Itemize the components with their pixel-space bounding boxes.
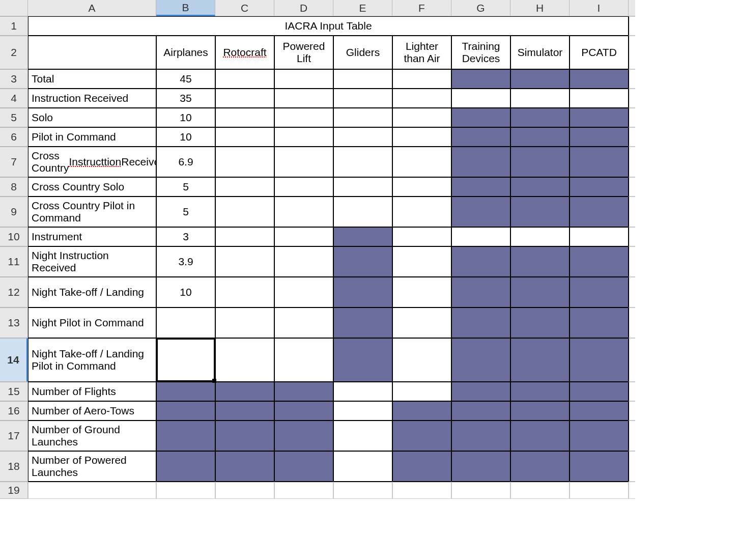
col-header-B[interactable]: B xyxy=(156,0,215,16)
row-header-10[interactable]: 10 xyxy=(0,227,28,246)
cell-D10[interactable] xyxy=(274,227,333,246)
cell-G8[interactable] xyxy=(451,177,510,197)
cell-I16[interactable] xyxy=(570,401,629,421)
cell-D8[interactable] xyxy=(274,177,333,197)
cell-A12[interactable]: Night Take-off / Landing xyxy=(28,277,156,307)
cell-D19[interactable] xyxy=(274,482,333,499)
cell-C15[interactable] xyxy=(215,382,274,401)
cell-E5[interactable] xyxy=(333,108,392,127)
cell-C18[interactable] xyxy=(215,451,274,482)
row-header-4[interactable]: 4 xyxy=(0,89,28,108)
cell-I19[interactable] xyxy=(570,482,629,499)
row-header-15[interactable]: 15 xyxy=(0,382,28,401)
cell-H10[interactable] xyxy=(510,227,570,246)
cell-C16[interactable] xyxy=(215,401,274,421)
cell-H12[interactable] xyxy=(510,277,570,307)
cell-H19[interactable] xyxy=(510,482,570,499)
cell-E17[interactable] xyxy=(333,421,392,451)
cell-B10[interactable]: 3 xyxy=(156,227,215,246)
cell-A11[interactable]: Night Instruction Received xyxy=(28,246,156,277)
row-header-17[interactable]: 17 xyxy=(0,421,28,451)
cell-H13[interactable] xyxy=(510,307,570,338)
cell-H11[interactable] xyxy=(510,246,570,277)
cell-G12[interactable] xyxy=(451,277,510,307)
cell-B11[interactable]: 3.9 xyxy=(156,246,215,277)
cell-C7[interactable] xyxy=(215,147,274,177)
cell-F5[interactable] xyxy=(392,108,451,127)
cell-H15[interactable] xyxy=(510,382,570,401)
cell-D12[interactable] xyxy=(274,277,333,307)
cell-I3[interactable] xyxy=(570,69,629,89)
cell-H3[interactable] xyxy=(510,69,570,89)
cell-E18[interactable] xyxy=(333,451,392,482)
cell-C12[interactable] xyxy=(215,277,274,307)
cell-A13[interactable]: Night Pilot in Command xyxy=(28,307,156,338)
cell-C13[interactable] xyxy=(215,307,274,338)
cell-G15[interactable] xyxy=(451,382,510,401)
cell-H8[interactable] xyxy=(510,177,570,197)
cell-I2[interactable]: PCATD xyxy=(570,36,629,69)
row-header-14[interactable]: 14 xyxy=(0,338,28,382)
cell-D16[interactable] xyxy=(274,401,333,421)
cell-F3[interactable] xyxy=(392,69,451,89)
cell-B4[interactable]: 35 xyxy=(156,89,215,108)
cell-F8[interactable] xyxy=(392,177,451,197)
cell-E12[interactable] xyxy=(333,277,392,307)
cell-H6[interactable] xyxy=(510,127,570,147)
cell-C9[interactable] xyxy=(215,197,274,227)
cell-H2[interactable]: Simulator xyxy=(510,36,570,69)
col-header-G[interactable]: G xyxy=(451,0,510,16)
cell-D9[interactable] xyxy=(274,197,333,227)
cell-B5[interactable]: 10 xyxy=(156,108,215,127)
cell-F9[interactable] xyxy=(392,197,451,227)
row-header-7[interactable]: 7 xyxy=(0,147,28,177)
cell-D6[interactable] xyxy=(274,127,333,147)
cell-E10[interactable] xyxy=(333,227,392,246)
col-header-C[interactable]: C xyxy=(215,0,274,16)
cell-G3[interactable] xyxy=(451,69,510,89)
cell-A18[interactable]: Number of Powered Launches xyxy=(28,451,156,482)
row-header-18[interactable]: 18 xyxy=(0,451,28,482)
cell-F7[interactable] xyxy=(392,147,451,177)
cell-G17[interactable] xyxy=(451,421,510,451)
cell-F6[interactable] xyxy=(392,127,451,147)
cell-H16[interactable] xyxy=(510,401,570,421)
cell-C5[interactable] xyxy=(215,108,274,127)
select-all-corner[interactable] xyxy=(0,0,28,16)
cell-C14[interactable] xyxy=(215,338,274,382)
cell-F15[interactable] xyxy=(392,382,451,401)
row-header-13[interactable]: 13 xyxy=(0,307,28,338)
cell-I8[interactable] xyxy=(570,177,629,197)
cell-H7[interactable] xyxy=(510,147,570,177)
cell-B14[interactable] xyxy=(156,338,215,382)
cell-B15[interactable] xyxy=(156,382,215,401)
cell-I7[interactable] xyxy=(570,147,629,177)
cell-E8[interactable] xyxy=(333,177,392,197)
cell-G11[interactable] xyxy=(451,246,510,277)
cell-D18[interactable] xyxy=(274,451,333,482)
cell-F10[interactable] xyxy=(392,227,451,246)
cell-I18[interactable] xyxy=(570,451,629,482)
cell-G18[interactable] xyxy=(451,451,510,482)
cell-C2[interactable]: Rotocraft xyxy=(215,36,274,69)
cell-D14[interactable] xyxy=(274,338,333,382)
cell-A9[interactable]: Cross Country Pilot in Command xyxy=(28,197,156,227)
cell-B3[interactable]: 45 xyxy=(156,69,215,89)
cell-A19[interactable] xyxy=(28,482,156,499)
cell-C11[interactable] xyxy=(215,246,274,277)
cell-I15[interactable] xyxy=(570,382,629,401)
cell-E6[interactable] xyxy=(333,127,392,147)
cell-I9[interactable] xyxy=(570,197,629,227)
cell-B8[interactable]: 5 xyxy=(156,177,215,197)
cell-I6[interactable] xyxy=(570,127,629,147)
row-header-6[interactable]: 6 xyxy=(0,127,28,147)
cell-C4[interactable] xyxy=(215,89,274,108)
cell-A7[interactable]: Cross Country Instructtion Received xyxy=(28,147,156,177)
col-header-H[interactable]: H xyxy=(510,0,570,16)
cell-I17[interactable] xyxy=(570,421,629,451)
cell-C3[interactable] xyxy=(215,69,274,89)
cell-A4[interactable]: Instruction Received xyxy=(28,89,156,108)
row-header-9[interactable]: 9 xyxy=(0,197,28,227)
cell-A3[interactable]: Total xyxy=(28,69,156,89)
col-header-I[interactable]: I xyxy=(570,0,629,16)
